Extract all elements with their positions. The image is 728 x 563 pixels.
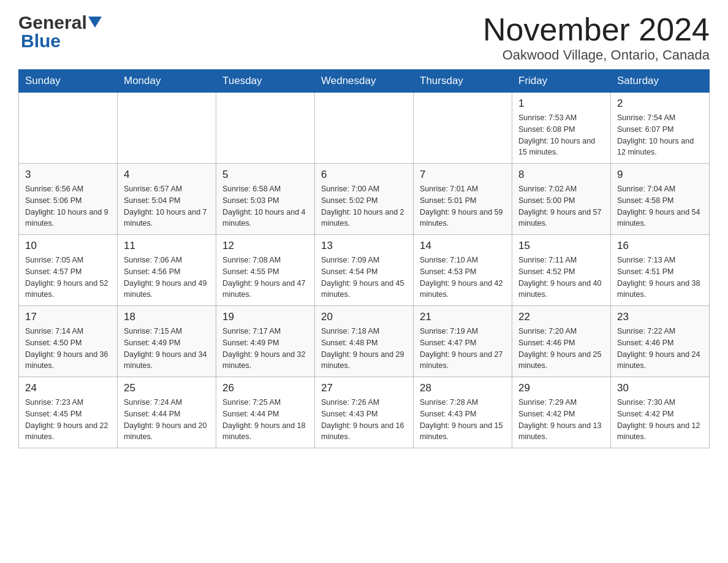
day-info: Sunrise: 7:22 AMSunset: 4:46 PMDaylight:… [617,326,703,372]
logo: General Blue [18,12,102,52]
calendar-cell: 12Sunrise: 7:08 AMSunset: 4:55 PMDayligh… [216,235,315,306]
calendar-cell [118,93,216,164]
calendar-cell: 26Sunrise: 7:25 AMSunset: 4:44 PMDayligh… [216,377,315,448]
day-info: Sunrise: 7:06 AMSunset: 4:56 PMDaylight:… [124,255,210,301]
logo-general: General [18,12,87,33]
day-info: Sunrise: 7:10 AMSunset: 4:53 PMDaylight:… [420,255,506,301]
calendar-cell: 14Sunrise: 7:10 AMSunset: 4:53 PMDayligh… [414,235,512,306]
day-number: 4 [124,169,210,181]
day-info: Sunrise: 7:04 AMSunset: 4:58 PMDaylight:… [617,183,703,229]
day-number: 5 [222,169,308,181]
day-number: 20 [321,311,407,323]
calendar-cell: 25Sunrise: 7:24 AMSunset: 4:44 PMDayligh… [118,377,216,448]
calendar-cell [216,93,315,164]
day-info: Sunrise: 7:53 AMSunset: 6:08 PMDaylight:… [518,112,604,158]
day-info: Sunrise: 7:13 AMSunset: 4:51 PMDaylight:… [617,255,703,301]
day-number: 25 [124,382,210,394]
day-info: Sunrise: 6:58 AMSunset: 5:03 PMDaylight:… [222,183,308,229]
logo-blue: Blue [21,31,61,52]
calendar-cell: 28Sunrise: 7:28 AMSunset: 4:43 PMDayligh… [414,377,512,448]
day-number: 2 [617,98,703,110]
day-of-week-header: Friday [512,70,611,93]
calendar-cell: 11Sunrise: 7:06 AMSunset: 4:56 PMDayligh… [118,235,216,306]
day-of-week-header: Thursday [414,70,512,93]
calendar-cell [19,93,118,164]
day-number: 7 [420,169,506,181]
calendar-cell: 8Sunrise: 7:02 AMSunset: 5:00 PMDaylight… [512,164,611,235]
day-number: 13 [321,240,407,252]
calendar-cell: 17Sunrise: 7:14 AMSunset: 4:50 PMDayligh… [19,306,118,377]
calendar-week-row: 17Sunrise: 7:14 AMSunset: 4:50 PMDayligh… [19,306,710,377]
calendar-cell: 2Sunrise: 7:54 AMSunset: 6:07 PMDaylight… [611,93,710,164]
calendar-cell: 6Sunrise: 7:00 AMSunset: 5:02 PMDaylight… [315,164,414,235]
day-number: 18 [124,311,210,323]
day-number: 8 [518,169,604,181]
day-number: 21 [420,311,506,323]
day-info: Sunrise: 6:56 AMSunset: 5:06 PMDaylight:… [25,183,111,229]
day-of-week-header: Monday [118,70,216,93]
calendar-week-row: 24Sunrise: 7:23 AMSunset: 4:45 PMDayligh… [19,377,710,448]
calendar-cell: 29Sunrise: 7:29 AMSunset: 4:42 PMDayligh… [512,377,611,448]
day-info: Sunrise: 7:08 AMSunset: 4:55 PMDaylight:… [222,255,308,301]
day-number: 22 [518,311,604,323]
day-number: 11 [124,240,210,252]
title-area: November 2024 Oakwood Village, Ontario, … [483,12,710,63]
day-info: Sunrise: 7:54 AMSunset: 6:07 PMDaylight:… [617,112,703,158]
day-number: 26 [222,382,308,394]
day-of-week-header: Saturday [611,70,710,93]
location: Oakwood Village, Ontario, Canada [483,47,710,63]
calendar-cell: 19Sunrise: 7:17 AMSunset: 4:49 PMDayligh… [216,306,315,377]
day-info: Sunrise: 7:15 AMSunset: 4:49 PMDaylight:… [124,326,210,372]
day-number: 12 [222,240,308,252]
calendar-cell: 24Sunrise: 7:23 AMSunset: 4:45 PMDayligh… [19,377,118,448]
page-header: General Blue November 2024 Oakwood Villa… [18,12,710,63]
day-of-week-header: Wednesday [315,70,414,93]
svg-marker-0 [88,17,102,28]
day-info: Sunrise: 7:28 AMSunset: 4:43 PMDaylight:… [420,397,506,443]
day-number: 10 [25,240,111,252]
calendar-cell: 23Sunrise: 7:22 AMSunset: 4:46 PMDayligh… [611,306,710,377]
calendar-week-row: 3Sunrise: 6:56 AMSunset: 5:06 PMDaylight… [19,164,710,235]
calendar-cell: 3Sunrise: 6:56 AMSunset: 5:06 PMDaylight… [19,164,118,235]
day-info: Sunrise: 7:29 AMSunset: 4:42 PMDaylight:… [518,397,604,443]
day-info: Sunrise: 7:19 AMSunset: 4:47 PMDaylight:… [420,326,506,372]
month-title: November 2024 [483,12,710,47]
calendar-cell: 18Sunrise: 7:15 AMSunset: 4:49 PMDayligh… [118,306,216,377]
calendar-table: SundayMondayTuesdayWednesdayThursdayFrid… [18,69,710,448]
day-info: Sunrise: 7:17 AMSunset: 4:49 PMDaylight:… [222,326,308,372]
calendar-cell: 13Sunrise: 7:09 AMSunset: 4:54 PMDayligh… [315,235,414,306]
day-number: 28 [420,382,506,394]
day-info: Sunrise: 6:57 AMSunset: 5:04 PMDaylight:… [124,183,210,229]
day-info: Sunrise: 7:30 AMSunset: 4:42 PMDaylight:… [617,397,703,443]
calendar-cell: 4Sunrise: 6:57 AMSunset: 5:04 PMDaylight… [118,164,216,235]
calendar-week-row: 1Sunrise: 7:53 AMSunset: 6:08 PMDaylight… [19,93,710,164]
day-info: Sunrise: 7:01 AMSunset: 5:01 PMDaylight:… [420,183,506,229]
day-number: 23 [617,311,703,323]
day-info: Sunrise: 7:20 AMSunset: 4:46 PMDaylight:… [518,326,604,372]
day-of-week-header: Tuesday [216,70,315,93]
calendar-cell: 9Sunrise: 7:04 AMSunset: 4:58 PMDaylight… [611,164,710,235]
day-info: Sunrise: 7:14 AMSunset: 4:50 PMDaylight:… [25,326,111,372]
day-number: 24 [25,382,111,394]
day-number: 17 [25,311,111,323]
day-info: Sunrise: 7:09 AMSunset: 4:54 PMDaylight:… [321,255,407,301]
day-number: 9 [617,169,703,181]
day-info: Sunrise: 7:23 AMSunset: 4:45 PMDaylight:… [25,397,111,443]
day-number: 6 [321,169,407,181]
day-number: 30 [617,382,703,394]
day-number: 27 [321,382,407,394]
calendar-cell: 15Sunrise: 7:11 AMSunset: 4:52 PMDayligh… [512,235,611,306]
day-info: Sunrise: 7:02 AMSunset: 5:00 PMDaylight:… [518,183,604,229]
calendar-cell: 10Sunrise: 7:05 AMSunset: 4:57 PMDayligh… [19,235,118,306]
calendar-cell [414,93,512,164]
calendar-cell [315,93,414,164]
day-info: Sunrise: 7:05 AMSunset: 4:57 PMDaylight:… [25,255,111,301]
day-number: 15 [518,240,604,252]
calendar-cell: 5Sunrise: 6:58 AMSunset: 5:03 PMDaylight… [216,164,315,235]
day-info: Sunrise: 7:18 AMSunset: 4:48 PMDaylight:… [321,326,407,372]
day-of-week-header: Sunday [19,70,118,93]
day-number: 19 [222,311,308,323]
calendar-week-row: 10Sunrise: 7:05 AMSunset: 4:57 PMDayligh… [19,235,710,306]
calendar-cell: 30Sunrise: 7:30 AMSunset: 4:42 PMDayligh… [611,377,710,448]
calendar-cell: 16Sunrise: 7:13 AMSunset: 4:51 PMDayligh… [611,235,710,306]
